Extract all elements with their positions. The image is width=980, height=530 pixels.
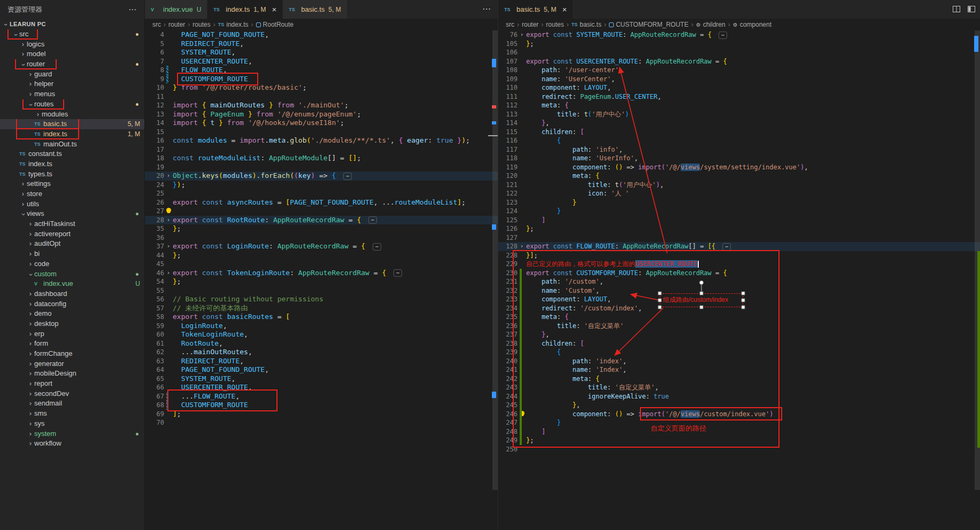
code-line-46[interactable]: 46›export const TokenLoginRoute: AppRout… [145,269,498,278]
tree-item-views[interactable]: ›views [0,209,144,219]
tree-item-generator[interactable]: ›generator [0,359,144,369]
tree-item-utils[interactable]: ›utils [0,199,144,209]
tree-item-erp[interactable]: ›erp [0,329,144,339]
code-line-26[interactable]: 26export const asyncRoutes = [PAGE_NOT_F… [145,198,498,207]
code-line-229[interactable]: 229自己定义的路由，格式可以参考上面的USERCENTER_ROUTE [498,260,980,269]
code-line-57[interactable]: 57// 未经许可的基本路由 [145,304,498,313]
code-line-68[interactable]: 68 CUSTOMFORM_ROUTE [145,401,498,410]
code-line-107[interactable]: 107export const USERCENTER_ROUTE: AppRou… [498,57,980,66]
code-line-122[interactable]: 122 icon: '人 ' [498,189,980,198]
code-line-248[interactable]: 248 ] [498,427,980,437]
tree-item-actHiTaskinst[interactable]: ›actHiTaskinst [0,219,144,229]
tree-item-system[interactable]: ›system [0,429,144,439]
breadcrumb-component[interactable]: ⚙component [733,21,771,28]
code-line-238[interactable]: 238 children: [ [498,339,980,348]
tree-item-activereport[interactable]: ›activereport [0,229,144,239]
tree-item-index.ts[interactable]: TSindex.ts1, M [0,129,144,139]
folded-code-badge[interactable]: ⋯ [393,269,402,277]
tab-index.vue[interactable]: Vindex.vueU [145,0,207,19]
tree-item-modules[interactable]: ›modules [0,110,144,120]
code-line-127[interactable]: 127 [498,233,980,243]
code-line-244[interactable]: 244 ignoreKeepAlive: true [498,392,980,401]
code-line-123[interactable]: 123 } [498,198,980,207]
code-line-64[interactable]: 64 PAGE_NOT_FOUND_ROUTE, [145,365,498,375]
tree-item-sys[interactable]: ›sys [0,419,144,429]
code-line-114[interactable]: 114 }, [498,119,980,128]
tab-index.ts[interactable]: TSindex.ts1, M× [207,0,283,19]
fold-chevron-icon[interactable]: › [518,30,526,40]
code-line-60[interactable]: 60 TokenLoginRoute, [145,330,498,339]
code-line-27[interactable]: 27 [145,207,498,216]
code-line-66[interactable]: 66 USERCENTER_ROUTE, [145,383,498,392]
code-line-239[interactable]: 239 { [498,348,980,357]
tree-item-logics[interactable]: ›logics [0,40,144,50]
fold-chevron-icon[interactable]: › [164,269,173,278]
code-line-228[interactable]: 228}]; [498,251,980,260]
code-line-70[interactable]: 70 [145,418,498,427]
code-line-230[interactable]: 230export const CUSTOMFORM_ROUTE: AppRou… [498,269,980,278]
tree-item-sms[interactable]: ›sms [0,409,144,419]
code-line-125[interactable]: 125 ] [498,216,980,225]
code-line-12[interactable]: 12import { mainOutRoutes } from './mainO… [145,101,498,110]
code-line-24[interactable]: 24}); [145,181,498,190]
split-editor-icon[interactable] [952,5,961,13]
code-line-117[interactable]: 117 path: 'info', [498,145,980,154]
code-line-28[interactable]: 28›export const RootRoute: AppRouteRecor… [145,216,498,225]
code-line-36[interactable]: 36 [145,233,498,243]
annotation-textbox[interactable]: 组成路由/custom/index [660,293,743,307]
code-line-240[interactable]: 240 path: 'index', [498,357,980,366]
code-line-25[interactable]: 25 [145,189,498,198]
fold-chevron-icon[interactable]: › [164,242,173,251]
code-line-20[interactable]: 20›Object.keys(modules).forEach((key) =>… [145,172,498,181]
breadcrumb-routes[interactable]: routes [546,21,564,28]
code-line-18[interactable]: 18const routeModuleList: AppRouteModule[… [145,154,498,163]
code-line-246[interactable]: 246 component: () => import('/@/views/cu… [498,410,980,419]
tree-item-bi[interactable]: ›bi [0,249,144,259]
code-line-250[interactable]: 250 [498,445,980,454]
breadcrumb-router[interactable]: router [168,21,185,28]
code-line-115[interactable]: 115 children: [ [498,128,980,137]
code-line-67[interactable]: 67 ...FLOW_ROUTE, [145,392,498,401]
tree-item-router[interactable]: ›router [0,59,144,69]
tree-item-custom[interactable]: ›custom [0,269,144,279]
editor1-more-actions-icon[interactable]: ⋯ [482,4,491,14]
tree-item-mainOut.ts[interactable]: TSmainOut.ts [0,139,144,150]
tree-item-helper[interactable]: ›helper [0,79,144,89]
code-line-112[interactable]: 112 meta: { [498,101,980,110]
breadcrumb-routes[interactable]: routes [192,21,210,28]
code-line-5[interactable]: 5 REDIRECT_ROUTE, [145,40,498,49]
code-line-54[interactable]: 54}; [145,277,498,286]
code-line-62[interactable]: 62 ...mainOutRoutes, [145,348,498,357]
lightbulb-icon[interactable] [166,208,171,213]
code-line-113[interactable]: 113 title: t('用户中心') [498,110,980,119]
tree-item-index.ts[interactable]: TSindex.ts [0,159,144,169]
tree-item-auditOpt[interactable]: ›auditOpt [0,239,144,249]
code-line-37[interactable]: 37›export const LoginRoute: AppRouteReco… [145,242,498,251]
code-line-121[interactable]: 121 title: t('用户中心'), [498,181,980,190]
code-line-105[interactable]: 105}; [498,40,980,49]
code-line-4[interactable]: 4 PAGE_NOT_FOUND_ROUTE, [145,30,498,40]
code-line-6[interactable]: 6 SYSTEM_ROUTE, [145,48,498,57]
code-line-242[interactable]: 242 meta: { [498,375,980,384]
breadcrumb-basic.ts[interactable]: TSbasic.ts [572,21,601,28]
overview-ruler[interactable] [490,30,498,530]
code-line-13[interactable]: 13import { PageEnum } from '/@/enums/pag… [145,110,498,119]
code-line-59[interactable]: 59 LoginRoute, [145,322,498,331]
code-line-14[interactable]: 14import { t } from '/@/hooks/web/useI18… [145,119,498,128]
code-line-241[interactable]: 241 name: 'Index', [498,365,980,375]
tree-item-desktop[interactable]: ›desktop [0,319,144,329]
tree-item-src[interactable]: ›src [0,29,144,40]
code-line-58[interactable]: 58export const basicRoutes = [ [145,313,498,322]
code-line-69[interactable]: 69]; [145,410,498,419]
tree-item-secondDev[interactable]: ›secondDev [0,389,144,399]
code-line-245[interactable]: 245 }, [498,401,980,410]
breadcrumb-index.ts[interactable]: TSindex.ts [218,21,249,28]
breadcrumb-CUSTOMFORM_ROUTE[interactable]: CUSTOMFORM_ROUTE [609,21,689,28]
code-line-247[interactable]: 247 } [498,418,980,427]
tree-item-types.ts[interactable]: TStypes.ts [0,169,144,180]
code-line-118[interactable]: 118 name: 'UserInfo', [498,154,980,163]
tree-item-workflow[interactable]: ›workflow [0,439,144,449]
code-line-9[interactable]: 9 CUSTOMFORM_ROUTE [145,75,498,84]
code-line-61[interactable]: 61 RootRoute, [145,339,498,348]
folded-code-badge[interactable]: ⋯ [719,32,727,39]
